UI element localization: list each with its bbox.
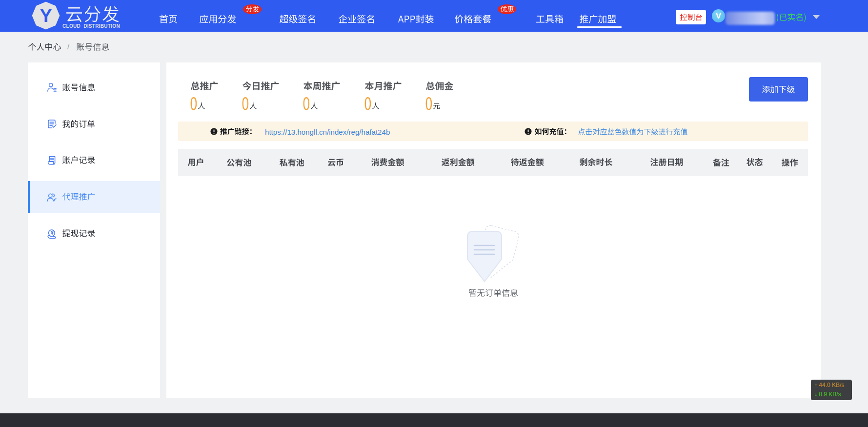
svg-text:Y: Y [40, 6, 52, 26]
